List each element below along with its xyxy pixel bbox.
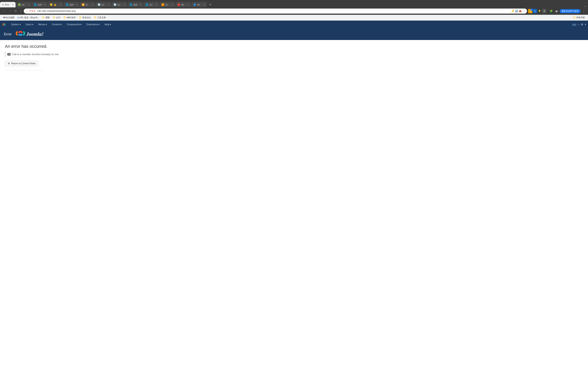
tab-12-close[interactable]: ✕	[187, 4, 189, 6]
tab-2[interactable]: 🟢 joo ✕	[16, 2, 32, 7]
reload-button[interactable]: ↻	[14, 9, 18, 13]
nav-components[interactable]: Components ▾	[65, 22, 83, 27]
joomla-wordmark: Joomla!	[26, 31, 44, 37]
browser-action-icons: 🧩 ▣ 重新启动即可更新 ⋮	[549, 9, 586, 13]
tab-5[interactable]: 🌐 如何 ✕	[64, 2, 79, 7]
url-text[interactable]: 192.168.3.64/administrator/index.php	[37, 10, 510, 12]
nav-extensions[interactable]: Extensions ▾	[84, 22, 102, 27]
nav-menus-arrow: ▾	[46, 23, 47, 26]
error-heading: An error has occurred.	[5, 44, 583, 49]
joomla-x-icon	[2, 22, 6, 27]
bookmark-ctf[interactable]: 📁 CTF	[52, 16, 61, 19]
tab-11-title: [Jo	[165, 3, 171, 6]
tab-11-close[interactable]: ✕	[172, 4, 173, 6]
tab-4-title: 👍	[54, 3, 59, 6]
tab-4-favicon: 😊	[50, 3, 53, 6]
tab-13-close[interactable]: ✕	[203, 4, 205, 6]
ext-icon-4[interactable]: J	[542, 9, 546, 13]
nav-system-label: System	[11, 23, 19, 26]
bookmark-sitemap-label: 站点地图	[6, 16, 14, 19]
all-bookmarks[interactable]: 📁 所有书签	[572, 16, 586, 19]
nav-menus-label: Menus	[38, 23, 45, 26]
nav-menus[interactable]: Menus ▾	[36, 22, 49, 27]
bookmark-mac[interactable]: 📁 MAC软件	[62, 16, 77, 19]
tab-10-close[interactable]: ✕	[156, 4, 157, 6]
tab-8[interactable]: 🔄 joo ✕	[112, 2, 127, 7]
tab-5-close[interactable]: ✕	[76, 4, 78, 6]
nav-help[interactable]: Help ▾	[103, 22, 113, 27]
tab-9[interactable]: 🌐 如好 ✕	[128, 2, 143, 7]
bookmark-bing-label: URL 提交 - Bing W...	[19, 16, 39, 19]
tab-4-close[interactable]: ✕	[60, 4, 61, 6]
tab-4[interactable]: 😊 👍 ✕	[48, 2, 63, 7]
tab-7[interactable]: 🔄 joo ✕	[96, 2, 111, 7]
tab-13[interactable]: 🔷 My ✕	[191, 2, 207, 7]
bookmark-sitemap[interactable]: 🗺 站点地图	[2, 16, 16, 19]
blog-folder-icon: 📁	[42, 16, 45, 19]
tab-9-close[interactable]: ✕	[140, 4, 141, 6]
key-icon[interactable]: 🔑	[511, 10, 514, 12]
forward-button[interactable]: →	[8, 9, 12, 13]
tab-10[interactable]: 🌐 Joc ✕	[144, 2, 159, 7]
back-button[interactable]: ←	[2, 9, 7, 13]
joomla-logo-nav	[2, 22, 6, 27]
tab-5-favicon: 🌐	[66, 3, 69, 6]
nav-help-arrow: ▾	[110, 23, 111, 26]
ext-icon-3[interactable]: 💡	[537, 9, 542, 13]
bookmark-security[interactable]: 📁 安全论坛	[78, 16, 92, 19]
tab-11[interactable]: 🟧 [Jo ✕	[159, 2, 175, 7]
tab-7-title: joo	[102, 3, 107, 6]
update-button[interactable]: 重新启动即可更新	[560, 9, 581, 13]
nav-components-arrow: ▾	[80, 23, 81, 26]
tab-7-close[interactable]: ✕	[108, 4, 109, 6]
tab-6-favicon: 📶	[82, 3, 85, 6]
return-to-control-panel-button[interactable]: ⚙ Return to Control Panel	[5, 61, 38, 66]
tab-bar: ⚠ Erro ✕ 🟢 joo ✕ 🌐 如何 ✕ 😊 👍 ✕ 🌐 如何 ✕ 📶 记…	[0, 0, 588, 7]
nav-users[interactable]: Users ▾	[24, 22, 35, 27]
ext-icon-2[interactable]: 8	[533, 9, 537, 13]
ext-count-badge: 1	[530, 8, 533, 11]
tab-favicon-active: ⚠	[2, 3, 4, 6]
mac-folder-icon: 📁	[63, 16, 66, 19]
nav-system-arrow: ▾	[19, 23, 21, 26]
tab-2-close[interactable]: ✕	[28, 4, 30, 6]
nav-system[interactable]: System ▾	[9, 22, 23, 27]
tab-6-close[interactable]: ✕	[92, 4, 93, 6]
menu-icon[interactable]: ⋮	[581, 9, 586, 13]
tab-3[interactable]: 🌐 如何 ✕	[32, 2, 47, 7]
bookmark-tools[interactable]: 📁 工具文档	[93, 16, 107, 19]
tab-8-favicon: 🔄	[113, 3, 116, 6]
nav-content[interactable]: Content ▾	[50, 22, 64, 27]
nav-user-link[interactable]: test	[572, 23, 576, 26]
tab-active[interactable]: ⚠ Erro ✕	[0, 2, 16, 7]
tab-bar-menu[interactable]: ⌄	[583, 4, 588, 7]
share-icon[interactable]: 📤	[519, 10, 522, 12]
joomla-nav-bar: System ▾ Users ▾ Menus ▾ Content ▾ Compo…	[0, 21, 588, 28]
security-folder-icon: 📁	[79, 16, 82, 19]
page-header-title: Error	[4, 32, 12, 36]
joomla-logo-icon	[16, 31, 25, 38]
ext-icon-1[interactable]: 1 1	[528, 9, 532, 13]
bookmark-blog[interactable]: 📁 博客	[41, 16, 51, 19]
extension-icons: 1 1 8 💡 J	[528, 9, 546, 13]
nav-settings-icon[interactable]: ⚙	[581, 23, 583, 26]
nav-right: test ↗ ⚙ ▾	[572, 23, 586, 26]
tab-12[interactable]: 🔴 My ✕	[175, 2, 191, 7]
tab-2-favicon: 🟢	[18, 3, 21, 6]
tab-8-close[interactable]: ✕	[124, 4, 125, 6]
bookmark-bing[interactable]: B URL 提交 - Bing W...	[16, 16, 40, 19]
tab-close-active[interactable]: ✕	[12, 4, 14, 6]
home-button[interactable]: ⌂	[19, 9, 23, 13]
new-tab-button[interactable]: +	[207, 2, 213, 7]
page-header: Error Joomla!	[0, 28, 588, 40]
bookmark-tools-label: 工具文档	[97, 16, 106, 19]
bookmark-star-icon[interactable]: ☆	[522, 10, 525, 12]
tab-3-close[interactable]: ✕	[44, 4, 45, 6]
url-bar[interactable]: ⚠ 不安全 192.168.3.64/administrator/index.p…	[24, 8, 527, 14]
translate-icon[interactable]: 🔤	[515, 10, 518, 12]
error-message-text: Call to a member function format() on nu…	[12, 53, 59, 56]
extensions-icon[interactable]: 🧩	[549, 9, 553, 13]
tab-12-title: My	[181, 3, 186, 6]
tab-6[interactable]: 📶 记- ✕	[80, 2, 95, 7]
sidebar-icon[interactable]: ▣	[554, 9, 559, 13]
